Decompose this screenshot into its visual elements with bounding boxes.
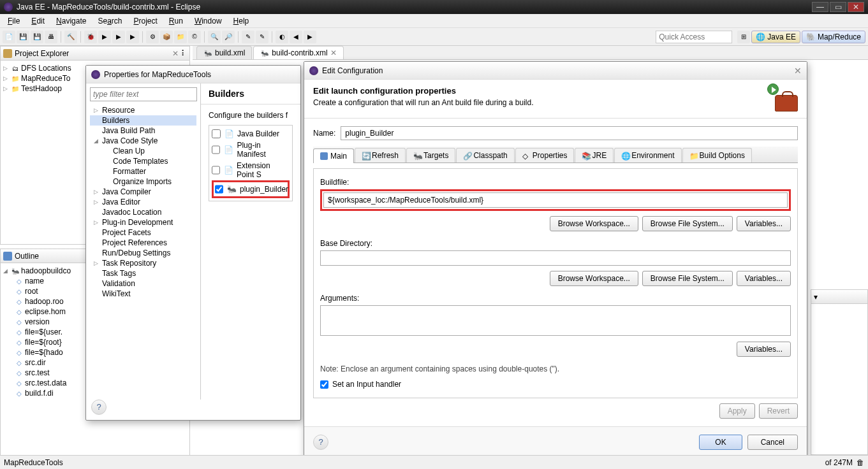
print-button[interactable]: 🖶 [45, 31, 57, 43]
nav-java-build-path[interactable]: Java Build Path [90, 126, 196, 136]
maximize-button[interactable]: ▭ [830, 2, 846, 12]
highlight-button[interactable]: ✎ [256, 31, 268, 43]
menu-run[interactable]: Run [164, 15, 188, 27]
nav-refs[interactable]: Project References [90, 238, 196, 248]
perspective-label: Map/Reduce [818, 32, 861, 41]
nav-formatter[interactable]: Formatter [90, 166, 196, 177]
ext-tools-button[interactable]: ▶ [126, 31, 139, 43]
builder-java[interactable]: 📄Java Builder [212, 128, 290, 140]
tab-build-options[interactable]: 📁Build Options [682, 148, 752, 162]
nav-wikitext[interactable]: WikiText [90, 289, 196, 299]
tab-classpath[interactable]: 🔗Classpath [456, 148, 514, 162]
help-button[interactable]: ? [313, 435, 328, 450]
basedir-input[interactable] [320, 250, 791, 266]
debug-button[interactable]: 🐞 [84, 31, 97, 43]
arguments-input[interactable] [320, 305, 791, 336]
apply-button[interactable]: Apply [719, 403, 755, 419]
view-menu-button[interactable]: ⠇ [181, 49, 187, 58]
nav-code-templates[interactable]: Code Templates [90, 156, 196, 166]
new-project-button[interactable]: 📦 [160, 31, 173, 43]
builder-checkbox[interactable] [215, 185, 223, 194]
perspective-mapreduce[interactable]: 🐘 Map/Reduce [802, 31, 865, 43]
variables-button[interactable]: Variables... [737, 342, 791, 357]
nav-java-compiler[interactable]: ▷Java Compiler [90, 187, 196, 197]
menu-project[interactable]: Project [128, 15, 162, 27]
view-close-button[interactable]: ✕ [172, 49, 179, 58]
builder-checkbox[interactable] [212, 166, 220, 175]
new-class-button[interactable]: © [188, 31, 201, 43]
quick-access-input[interactable] [656, 31, 732, 43]
tab-environment[interactable]: 🌐Environment [614, 148, 681, 162]
new-button[interactable]: 📄 [3, 31, 15, 43]
browse-filesystem-button[interactable]: Browse File System... [642, 216, 733, 231]
annotate-button[interactable]: ✎ [242, 31, 254, 43]
builder-plugin[interactable]: 🐜plugin_Builder [215, 184, 286, 195]
nav-javadoc[interactable]: Javadoc Location [90, 207, 196, 217]
build-button[interactable]: 🔨 [64, 31, 77, 43]
revert-button[interactable]: Revert [759, 403, 798, 419]
menu-help[interactable]: Help [228, 15, 254, 27]
run-last-button[interactable]: ▶ [112, 31, 125, 43]
builder-checkbox[interactable] [212, 129, 221, 138]
property-icon: ◇ [15, 297, 24, 306]
name-input[interactable] [341, 126, 798, 140]
tab-jre[interactable]: 📚JRE [575, 148, 614, 162]
tab-properties[interactable]: ◇Properties [515, 148, 575, 162]
input-handler-checkbox[interactable] [320, 380, 328, 389]
nav-java-editor[interactable]: ▷Java Editor [90, 197, 196, 207]
nav-task-tags[interactable]: Task Tags [90, 268, 196, 278]
browse-filesystem-button[interactable]: Browse File System... [642, 271, 733, 286]
filter-input[interactable] [90, 87, 197, 101]
menu-navigate[interactable]: Navigate [51, 15, 91, 27]
menu-file[interactable]: File [3, 15, 25, 27]
nav-plugin-dev[interactable]: ▷Plug-in Development [90, 217, 196, 227]
buildfile-input[interactable] [323, 192, 788, 208]
browse-workspace-button[interactable]: Browse Workspace... [550, 216, 638, 231]
cancel-button[interactable]: Cancel [747, 435, 798, 450]
menu-edit[interactable]: Edit [26, 15, 50, 27]
nav-fwd-button[interactable]: ▶ [304, 31, 316, 43]
tab-targets[interactable]: 🐜Targets [406, 148, 455, 162]
new-server-button[interactable]: ⚙ [146, 31, 159, 43]
save-button[interactable]: 💾 [17, 31, 29, 43]
nav-resource[interactable]: ▷Resource [90, 105, 196, 115]
nav-organize-imports[interactable]: Organize Imports [90, 177, 196, 187]
builder-extension[interactable]: 📄Extension Point S [212, 160, 290, 180]
tab-refresh[interactable]: 🔄Refresh [355, 148, 406, 162]
builder-manifest[interactable]: 📄Plug-in Manifest [212, 140, 290, 160]
new-package-button[interactable]: 📁 [174, 31, 187, 43]
search-button[interactable]: 🔎 [222, 31, 235, 43]
nav-task-repo[interactable]: ▷Task Repository [90, 258, 196, 268]
nav-java-code-style[interactable]: ◢Java Code Style [90, 136, 196, 146]
close-button[interactable]: ✕ [848, 2, 864, 12]
tab-close-button[interactable]: ✕ [330, 48, 337, 57]
variables-button[interactable]: Variables... [737, 216, 791, 231]
open-type-button[interactable]: 🔍 [208, 31, 221, 43]
gc-button[interactable]: 🗑 [857, 458, 864, 467]
minimize-button[interactable]: — [812, 2, 828, 12]
open-perspective-button[interactable]: ⊞ [737, 31, 750, 43]
editor-tab-build-contrib[interactable]: 🐜build-contrib.xml✕ [253, 46, 343, 59]
browse-workspace-button[interactable]: Browse Workspace... [550, 271, 638, 286]
editor-tab-build[interactable]: 🐜build.xml [196, 46, 252, 59]
nav-back-button[interactable]: ◀ [290, 31, 302, 43]
task-toolbar-button[interactable]: ▾ [814, 292, 818, 301]
nav-run-debug[interactable]: Run/Debug Settings [90, 248, 196, 258]
nav-clean-up[interactable]: Clean Up [90, 146, 196, 156]
save-all-button[interactable]: 💾 [31, 31, 43, 43]
nav-builders[interactable]: Builders [90, 115, 196, 126]
tab-main[interactable]: Main [313, 148, 354, 163]
ok-button[interactable]: OK [699, 435, 742, 450]
run-button[interactable]: ▶ [98, 31, 111, 43]
variables-button[interactable]: Variables... [737, 271, 791, 286]
help-button[interactable]: ? [91, 400, 107, 415]
perspective-java-ee[interactable]: 🌐 Java EE [751, 31, 800, 43]
nav-validation[interactable]: Validation [90, 278, 196, 289]
toggle-button[interactable]: ◐ [276, 31, 288, 43]
tree-label: file=${root} [25, 338, 62, 347]
dialog-close-button[interactable]: ✕ [794, 66, 802, 76]
menu-window[interactable]: Window [189, 15, 227, 27]
nav-facets[interactable]: Project Facets [90, 227, 196, 238]
menu-search[interactable]: Search [92, 15, 127, 27]
builder-checkbox[interactable] [212, 145, 220, 154]
